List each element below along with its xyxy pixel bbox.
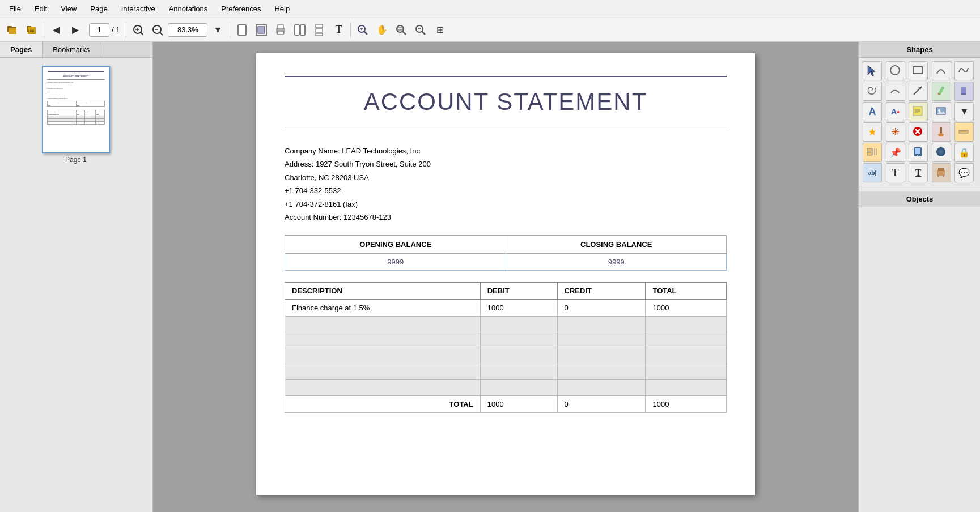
spiral-shape-button[interactable] [863,82,882,101]
T-text-button[interactable]: T [886,163,905,182]
opening-balance-value: 9999 [285,254,506,271]
menu-interactive[interactable]: Interactive [116,2,161,15]
single-page-button[interactable] [233,21,251,39]
text-blue-button[interactable]: A● [886,102,905,121]
menubar: File Edit View Page Interactive Annotati… [0,0,980,18]
arc-shape-button[interactable] [932,61,951,80]
main-area: Pages Bookmarks ACCOUNT STATEMENT Compan… [0,42,980,512]
document-viewer[interactable]: ACCOUNT STATEMENT Company Name: LEAD Tec… [153,42,858,512]
table-row-empty5 [285,380,727,396]
left-panel: Pages Bookmarks ACCOUNT STATEMENT Compan… [0,42,153,512]
total-label: TOTAL [285,396,481,413]
trans-header-total: TOTAL [646,283,727,300]
menu-file[interactable]: File [3,2,27,15]
svg-point-35 [890,66,900,75]
menu-preferences[interactable]: Preferences [215,2,266,15]
fit-page-button[interactable] [252,21,270,39]
ab-textbox-button[interactable]: ab| [863,163,882,182]
thumbnail-frame[interactable]: ACCOUNT STATEMENT Company Name: LEAD Tec… [42,66,110,153]
find-button[interactable] [354,21,372,39]
svg-rect-17 [278,25,283,29]
page-thumbnails: ACCOUNT STATEMENT Company Name: LEAD Tec… [0,58,152,172]
cursor-arrow-button[interactable] [863,61,882,80]
table-row-empty3 [285,348,727,364]
document-page: ACCOUNT STATEMENT Company Name: LEAD Tec… [256,53,755,495]
balance-table: OPENING BALANCE CLOSING BALANCE 9999 999… [285,235,727,271]
menu-page[interactable]: Page [84,2,113,15]
toolbar-sep-2 [126,22,126,38]
tab-bookmarks[interactable]: Bookmarks [43,42,100,57]
arc2-shape-button[interactable] [886,82,905,101]
objects-title: Objects [859,191,980,207]
address1: Address: 1927 South Tryon Street, Suite … [285,157,727,170]
svg-marker-34 [868,66,875,76]
svg-text:URL: URL [28,29,36,33]
arrow-shape-button[interactable] [909,82,928,101]
highlight-shape-button[interactable] [954,82,974,101]
tab-pages[interactable]: Pages [0,42,43,57]
total-credit: 0 [557,396,646,413]
pin-shape-button[interactable]: 📌 [886,143,905,162]
thumbnail-page1[interactable]: ACCOUNT STATEMENT Company Name: LEAD Tec… [42,66,110,164]
rectangle-shape-button[interactable] [909,61,928,80]
table-row-empty1 [285,317,727,332]
svg-rect-53 [940,127,942,134]
text-A-button[interactable]: A [863,102,882,121]
stamp2-shape-button[interactable] [932,163,951,182]
menu-annotations[interactable]: Annotations [163,2,214,15]
menu-help[interactable]: Help [269,2,295,15]
doc-divider [285,127,727,127]
open-file-button[interactable] [3,21,22,39]
company-name: Company Name: LEAD Technologies, Inc. [285,144,727,157]
open-url-button[interactable]: URL [23,21,41,39]
toolbar-sep-4 [350,22,351,38]
nav-back-button[interactable]: ◀ [47,21,65,39]
row1-desc: Finance charge at 1.5% [285,300,481,317]
pencil-shape-button[interactable] [932,82,951,101]
dropdown-shapes-button[interactable]: ▼ [954,102,974,121]
row1-debit: 1000 [480,300,557,317]
zoom-in-button[interactable] [129,21,147,39]
continuous-button[interactable] [310,21,328,39]
tablet-shape-button[interactable] [909,143,928,162]
nav-forward-button[interactable]: ▶ [66,21,84,39]
page-label: Page 1 [65,156,87,164]
zoom-out-cursor-button[interactable] [411,21,430,39]
zoom-dropdown-button[interactable]: ▼ [209,21,227,39]
svg-line-32 [422,31,425,35]
sticky-note-button[interactable] [909,102,928,121]
closing-balance-header: CLOSING BALANCE [506,236,727,254]
speech-bubble-button[interactable]: 💬 [954,163,974,182]
svg-rect-20 [300,25,305,35]
page-number-input[interactable]: 1 [89,23,109,37]
menu-edit[interactable]: Edit [29,2,53,15]
zoom-display[interactable]: 83.3% [168,23,207,37]
menu-view[interactable]: View [55,2,82,15]
ruler-shape-button[interactable] [954,122,974,142]
two-page-button[interactable] [291,21,309,39]
svg-rect-2 [9,27,16,28]
curve-shape-button[interactable] [954,61,974,80]
trans-header-credit: CREDIT [557,283,646,300]
circle-shape-button[interactable] [886,61,905,80]
pan-button[interactable]: ✋ [373,21,391,39]
print-button[interactable] [271,21,290,39]
grid-measure-button[interactable] [863,143,882,162]
text-tool-button[interactable]: T [329,21,347,39]
grid-view-button[interactable]: ⊞ [431,21,449,39]
zoom-rect-button[interactable] [392,21,410,39]
account-number: Account Number: 12345678-123 [285,211,727,224]
paint-shape-button[interactable] [932,122,951,142]
shapes-grid: A A● ▼ ★ ✳ 📌 [859,58,980,186]
phone2: +1 704-372-8161 (fax) [285,198,727,211]
cross-shape-button[interactable] [909,122,928,142]
total-debit: 1000 [480,396,557,413]
T-underline-button[interactable]: T [909,163,928,182]
speaker-shape-button[interactable] [932,143,951,162]
explosion-shape-button[interactable]: ✳ [886,122,905,142]
image-stamp-button[interactable] [932,102,951,121]
lock-shape-button[interactable]: 🔒 [954,143,974,162]
zoom-out-button[interactable] [149,21,167,39]
toolbar: URL ◀ ▶ 1 / 1 83.3% ▼ T ✋ ⊞ [0,18,980,42]
star-shape-button[interactable]: ★ [863,122,882,142]
